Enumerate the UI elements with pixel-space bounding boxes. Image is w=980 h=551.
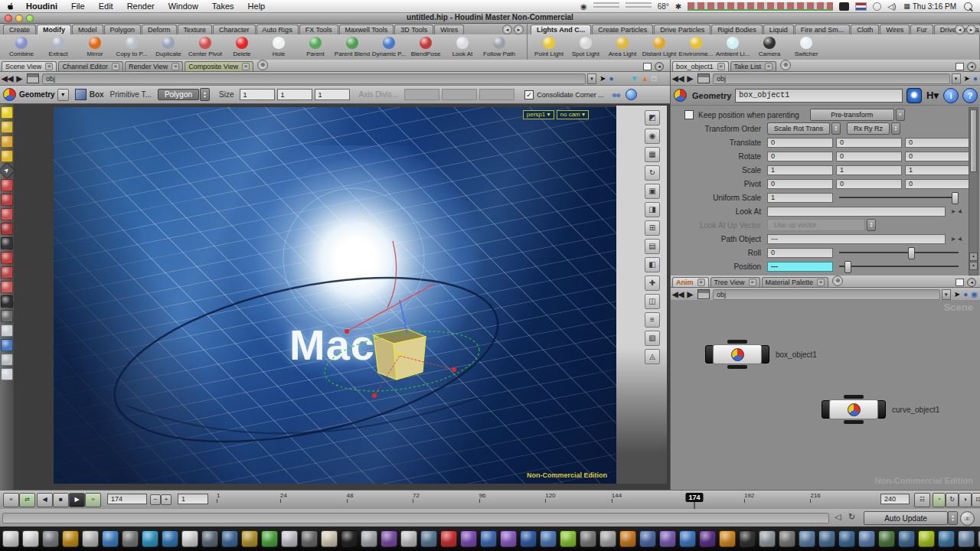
dock-icon-38[interactable] — [759, 530, 776, 547]
field-look-at[interactable] — [767, 207, 946, 217]
field-rotate-1[interactable]: 0 — [836, 152, 902, 161]
bluetooth-menu-icon[interactable] — [873, 2, 881, 11]
menu-help[interactable]: Help — [241, 2, 273, 11]
pre-transform-dropdown-icon[interactable]: ▼ — [896, 109, 905, 121]
path-field[interactable]: obj — [713, 73, 949, 84]
select-scale-rot-trans[interactable]: Scale Rot Trans — [767, 122, 830, 135]
size-z-field[interactable]: 1 — [315, 89, 350, 100]
dock-icon-0[interactable] — [2, 530, 19, 547]
recook-refresh-icon[interactable]: ↻ — [848, 512, 855, 522]
shelf-scroll-right-icon[interactable]: ▸ — [966, 24, 976, 34]
dock-icon-42[interactable] — [838, 530, 855, 547]
shelf-tool-delete[interactable]: Delete — [224, 37, 260, 57]
close-tab-icon[interactable]: × — [45, 63, 53, 70]
audio-toggle-icon[interactable]: ◑ — [959, 493, 972, 507]
field-scale-2[interactable]: 1 — [905, 165, 971, 175]
left-tool-icon-18[interactable] — [1, 368, 13, 380]
polygon-mode-select[interactable]: Polygon — [158, 89, 199, 100]
tab-take-list[interactable]: Take List× — [730, 61, 777, 71]
left-tool-icon-6[interactable] — [1, 194, 13, 206]
stepper-icon[interactable]: ▲▼ — [867, 219, 876, 231]
pane-menu-icon[interactable]: ◂ — [967, 62, 976, 71]
size-x-field[interactable]: 1 — [240, 89, 275, 100]
gear-menu-icon[interactable]: ✱ — [675, 2, 681, 11]
info-icon[interactable]: i — [943, 88, 959, 103]
field-pivot-0[interactable]: 0 — [767, 179, 833, 189]
dock-icon-43[interactable] — [858, 530, 875, 547]
path-field[interactable]: obj — [713, 289, 940, 300]
shelf-tab-drive-particles[interactable]: Drive Particles — [654, 24, 710, 34]
zoom-network-icon[interactable]: ◉ — [971, 290, 978, 298]
nav-forward-icon[interactable]: ▶ — [16, 74, 22, 83]
node-name-field[interactable]: box_object1 — [735, 89, 903, 103]
dock-icon-18[interactable] — [361, 530, 377, 547]
volume-menu-icon[interactable]: ◁) — [887, 2, 896, 11]
tab-composite-view[interactable]: Composite View× — [185, 61, 253, 71]
menu-clock[interactable]: ▦Thu 3:16 PM — [903, 2, 956, 11]
shelf-tool-center-pivot[interactable]: Center Pivot — [187, 37, 224, 57]
dock-icon-9[interactable] — [181, 530, 198, 547]
size-y-field[interactable]: 1 — [277, 89, 312, 100]
shelf-tool-area-light[interactable]: Area Light — [604, 37, 641, 57]
field-rotate-2[interactable]: 0 — [905, 152, 971, 161]
shelf-tab-fx-tools[interactable]: FX Tools — [299, 24, 338, 34]
dock-icon-35[interactable] — [699, 530, 716, 547]
window-title-bar[interactable]: untitled.hip - Houdini Master Non-Commer… — [0, 12, 980, 24]
shelf-tab-create-particles[interactable]: Create Particles — [592, 24, 653, 34]
nav-forward-icon[interactable]: ▶ — [687, 74, 693, 83]
playback-options-button[interactable]: ☷ — [914, 493, 930, 507]
timeline-ruler[interactable]: 124487296120144192216174 — [217, 492, 877, 507]
input-language-flag-icon[interactable] — [855, 2, 867, 11]
play-button[interactable]: ▶ — [69, 493, 85, 507]
shelf-tool-parent-blend[interactable]: Parent Blend — [334, 37, 371, 57]
context-dropdown-icon[interactable]: ▼ — [57, 89, 69, 101]
tab-box-object1[interactable]: box_object1× — [672, 61, 729, 71]
dock-icon-26[interactable] — [520, 530, 537, 547]
dock-icon-33[interactable] — [659, 530, 676, 547]
menu-takes[interactable]: Takes — [205, 2, 241, 11]
slider-position[interactable] — [839, 261, 959, 272]
tab-material-palette[interactable]: Material Palette× — [762, 277, 829, 287]
node-box-object1[interactable]: box_object1 — [705, 344, 817, 364]
dock-icon-4[interactable] — [82, 530, 99, 547]
alert-horn-icon[interactable]: ◁ — [835, 512, 841, 522]
group-people-icon[interactable]: ●● — [612, 90, 620, 100]
network-editor-canvas[interactable]: Scene box_object1 — [671, 300, 980, 490]
shelf-tool-extract[interactable]: Extract — [40, 37, 77, 57]
left-tool-icon-7[interactable] — [1, 208, 13, 220]
mode-stepper-icon[interactable]: ▲▼ — [200, 88, 210, 101]
shelf-tab-cloth[interactable]: Cloth — [851, 24, 879, 34]
keep-position-checkbox[interactable]: ✓ — [684, 110, 694, 119]
pin-pane-icon[interactable]: ➤ — [954, 290, 960, 298]
shelf-tab-fur[interactable]: Fur — [910, 24, 933, 34]
shelf-tool-mirror[interactable]: Mirror — [77, 37, 113, 57]
nav-back-icon[interactable]: ◀◀ — [2, 74, 13, 83]
pane-menu-icon[interactable]: ◂ — [967, 278, 976, 287]
view-option-icon-4[interactable]: ▣ — [645, 184, 660, 199]
stepper-icon[interactable]: ▲▼ — [831, 122, 841, 135]
shelf-tab-modify[interactable]: Modify — [37, 24, 71, 34]
op-jump-icon[interactable]: ➤ — [951, 236, 956, 243]
pre-transform-button[interactable]: Pre-transform — [810, 109, 894, 121]
shelf-tab-texture[interactable]: Texture — [178, 24, 213, 34]
view-option-icon-11[interactable]: ≡ — [645, 312, 660, 328]
close-tab-icon[interactable]: × — [765, 63, 773, 70]
scroll-dot-button[interactable]: • — [969, 253, 978, 261]
view-option-icon-1[interactable]: ◉ — [645, 129, 660, 144]
dock-icon-10[interactable] — [201, 530, 218, 547]
path-dropdown-icon[interactable]: ▼ — [942, 289, 951, 300]
apple-logo-icon[interactable] — [6, 2, 15, 11]
no-cam-label[interactable]: no cam ▾ — [557, 110, 589, 119]
close-tab-icon[interactable]: × — [112, 63, 119, 70]
nav-back-icon[interactable]: ◀◀ — [672, 74, 684, 83]
dock-icon-32[interactable] — [639, 530, 656, 547]
auto-update-select[interactable]: Auto Update — [864, 511, 948, 525]
slider-handle[interactable] — [908, 247, 915, 259]
shelf-tool-ambient-li[interactable]: Ambient Li... — [714, 37, 751, 57]
node-curve-object1[interactable]: curve_object1 — [822, 399, 939, 419]
tab-render-view[interactable]: Render View× — [125, 61, 183, 71]
dock-icon-12[interactable] — [241, 530, 258, 547]
link-sphere-icon[interactable]: ● — [963, 290, 968, 298]
menu-window[interactable]: Window — [162, 2, 205, 11]
shelf-tool-parent[interactable]: Parent — [297, 37, 334, 57]
